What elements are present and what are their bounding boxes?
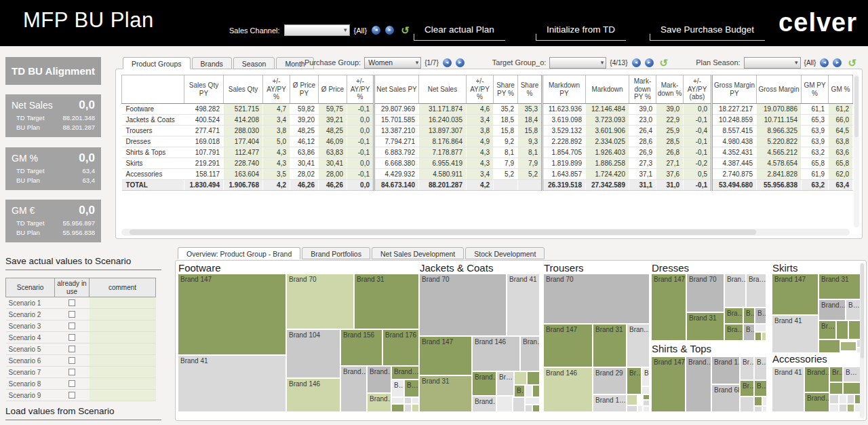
tab-brands[interactable]: Brands: [192, 57, 232, 69]
table-cell[interactable]: 65,8: [829, 158, 853, 169]
in-use-checkbox[interactable]: [68, 357, 75, 364]
treemap-tile[interactable]: [644, 407, 649, 411]
table-cell[interactable]: 4,6: [467, 104, 494, 115]
table-cell[interactable]: 112.477: [224, 147, 263, 158]
treemap-tile[interactable]: Brand…: [368, 367, 391, 392]
treemap-tile[interactable]: Bra…: [747, 274, 766, 307]
next-arrow-icon[interactable]: ►: [833, 58, 842, 67]
treemap-tile[interactable]: [819, 340, 840, 352]
prev-arrow-icon[interactable]: ◄: [443, 58, 452, 67]
treemap-tile[interactable]: B…: [392, 380, 403, 396]
prev-arrow-icon[interactable]: ◄: [632, 58, 641, 67]
table-cell[interactable]: 4.580.911: [419, 169, 467, 180]
vertical-scrollbar[interactable]: [854, 75, 859, 227]
comment-cell[interactable]: [90, 367, 156, 378]
table-cell[interactable]: 37,6: [656, 169, 684, 180]
treemap-tile[interactable]: [840, 405, 846, 411]
table-cell[interactable]: 30,41: [319, 158, 347, 169]
scrollbar-thumb[interactable]: [854, 76, 859, 137]
table-cell[interactable]: 4,3: [263, 158, 290, 169]
treemap-tile[interactable]: Brand 41: [772, 367, 804, 411]
table-cell[interactable]: 2.334.025: [586, 136, 629, 147]
treemap-scrollbar[interactable]: [860, 263, 865, 418]
next-arrow-icon[interactable]: ►: [645, 58, 654, 67]
treemap-tile[interactable]: Brand 147: [652, 357, 685, 411]
treemap-tile[interactable]: B…: [744, 325, 754, 340]
tab-net-sales-development[interactable]: Net Sales Development: [372, 247, 464, 259]
treemap-tile[interactable]: [392, 405, 403, 411]
treemap-tile[interactable]: Brand…: [368, 394, 391, 411]
initialize-from-td-button[interactable]: Initialize from TD: [536, 21, 626, 41]
treemap-tile[interactable]: Brand 1…: [593, 395, 626, 411]
table-cell[interactable]: -0,4: [684, 126, 712, 136]
table-cell[interactable]: 414.208: [224, 115, 263, 126]
table-cell[interactable]: -0,2: [684, 158, 712, 169]
treemap-tile[interactable]: [830, 383, 842, 394]
treemap-tile[interactable]: B…: [744, 308, 754, 323]
scenario-name[interactable]: Scenario 3: [6, 320, 55, 332]
treemap-tile[interactable]: Brand…: [686, 357, 711, 411]
comment-cell[interactable]: [90, 297, 156, 309]
table-cell[interactable]: 3,4: [467, 169, 494, 180]
treemap-tile[interactable]: Brand 70: [687, 274, 724, 312]
table-cell[interactable]: 228.740: [224, 158, 263, 169]
prev-arrow-icon[interactable]: ◄: [372, 26, 380, 35]
scenario-name[interactable]: Scenario 2: [6, 309, 55, 320]
table-cell[interactable]: 4,3: [467, 147, 494, 158]
treemap-tile[interactable]: [755, 325, 766, 331]
table-cell[interactable]: 62,0: [829, 169, 853, 180]
treemap-tile[interactable]: Brand 146: [473, 337, 519, 371]
treemap-tile[interactable]: [763, 397, 766, 405]
table-cell[interactable]: 177.404: [224, 136, 263, 147]
table-cell[interactable]: 2.841.828: [757, 169, 802, 180]
treemap-tile[interactable]: [763, 407, 766, 411]
treemap-tile[interactable]: [830, 405, 838, 411]
comment-cell[interactable]: [90, 320, 156, 332]
comment-cell[interactable]: [90, 344, 156, 355]
treemap-tile[interactable]: [642, 387, 649, 394]
treemap-tile[interactable]: [405, 405, 411, 411]
table-cell[interactable]: 25,9: [656, 126, 684, 136]
treemap-tile[interactable]: Brand 146: [287, 379, 340, 411]
scenario-name[interactable]: Scenario 4: [6, 332, 55, 344]
treemap-tile[interactable]: Bran…: [627, 325, 649, 367]
treemap-tile[interactable]: Brand 147: [178, 274, 285, 354]
table-cell[interactable]: 26,8: [656, 147, 684, 158]
table-cell[interactable]: 35,3: [518, 104, 542, 115]
treemap-tile[interactable]: [848, 395, 854, 403]
treemap-tile[interactable]: [526, 398, 539, 404]
table-cell[interactable]: 521.715: [224, 104, 263, 115]
table-cell[interactable]: 15,8: [518, 126, 542, 136]
comment-cell[interactable]: [90, 332, 156, 344]
treemap-tile[interactable]: B…: [755, 357, 766, 380]
table-cell[interactable]: 9,3: [518, 136, 542, 147]
treemap-tile[interactable]: Brand 146: [544, 368, 592, 411]
scenario-name[interactable]: Scenario 5: [6, 344, 55, 355]
treemap-tile[interactable]: Brand 147: [420, 337, 471, 375]
table-cell[interactable]: -0,1: [347, 136, 374, 147]
treemap-tile[interactable]: Brand 70: [287, 274, 353, 329]
table-cell[interactable]: 7,9: [518, 158, 542, 169]
next-arrow-icon[interactable]: ►: [456, 58, 465, 67]
table-cell[interactable]: 3,5: [263, 169, 290, 180]
table-cell[interactable]: 288.030: [224, 126, 263, 136]
treemap-tile[interactable]: [515, 372, 526, 384]
treemap-tile[interactable]: [848, 405, 854, 411]
table-cell[interactable]: 7.178.877: [419, 147, 467, 158]
tab-brand-portfolios[interactable]: Brand Portfolios: [302, 247, 370, 259]
treemap-tile[interactable]: Brand 147: [772, 274, 818, 314]
treemap-tile[interactable]: Brand…: [805, 367, 829, 392]
table-cell[interactable]: 48,25: [319, 126, 347, 136]
treemap-tile[interactable]: Br…: [627, 368, 641, 394]
table-cell[interactable]: 59,75: [319, 104, 347, 115]
table-cell[interactable]: 0,0: [347, 158, 374, 169]
table-cell[interactable]: -0,1: [684, 115, 712, 126]
treemap-tile[interactable]: Bran…: [521, 337, 539, 371]
table-cell[interactable]: 64,5: [829, 126, 853, 136]
in-use-checkbox[interactable]: [68, 299, 75, 306]
refresh-icon[interactable]: ↺: [401, 25, 410, 35]
table-cell[interactable]: 28,5: [656, 136, 684, 147]
treemap-tile[interactable]: Br…: [741, 381, 753, 396]
table-cell[interactable]: 1.926.403: [586, 147, 629, 158]
table-cell[interactable]: 5.220.822: [757, 136, 802, 147]
